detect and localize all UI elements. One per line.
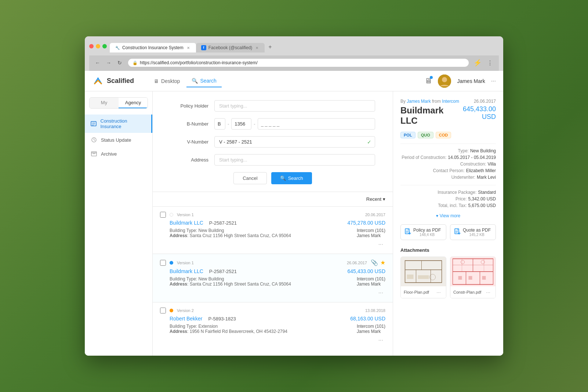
notification-icon[interactable]: 🖥: [425, 77, 432, 85]
detail-badges: POL QUO COD: [400, 132, 496, 138]
result-detail-left-2: Building Type: New Building Address: San…: [170, 276, 342, 287]
v-number-row: V-Number ✓: [170, 136, 375, 148]
result-detail-right-1: Intercom (101) James Mark: [357, 228, 385, 238]
svg-rect-19: [405, 261, 422, 270]
user-more-icon[interactable]: ···: [491, 78, 496, 84]
tab-facebook[interactable]: f Facebook (@scalified) ✕: [196, 43, 265, 52]
result-card-3[interactable]: Version 2 13.08.2018 Robert Bekker P-589…: [153, 302, 393, 349]
attachment-constr-plan[interactable]: Constr-Plan.pdf ···: [450, 257, 496, 298]
result-more-button-2[interactable]: ···: [376, 289, 385, 297]
badge-cod[interactable]: COD: [436, 132, 451, 138]
search-form: Policy Holder B-Number - -: [153, 91, 393, 192]
quote-pdf-button[interactable]: Quote as PDF 145,2 KB: [450, 224, 496, 240]
logo-text: Scalified: [107, 77, 134, 85]
sidebar-tab-agency[interactable]: Agency: [119, 98, 148, 108]
result-checkbox-1[interactable]: [160, 212, 166, 218]
sidebar-tab-my[interactable]: My: [90, 98, 119, 108]
user-avatar[interactable]: [438, 75, 451, 88]
minimize-button[interactable]: [96, 44, 100, 48]
search-button[interactable]: 🔍 Search: [271, 172, 312, 184]
detail-type-row: Type: New Building: [400, 148, 496, 153]
browser-chrome: 🔧 Construction Insurance System ✕ f Face…: [85, 36, 503, 71]
result-address-label-3: Address: 1956 N Fairfield Rd Beavercreek…: [170, 329, 342, 334]
result-checkbox-2[interactable]: [160, 260, 166, 266]
cancel-button[interactable]: Cancel: [233, 172, 266, 184]
new-tab-button[interactable]: +: [265, 41, 275, 52]
attachment-more-constr[interactable]: ···: [484, 288, 493, 296]
forward-button[interactable]: →: [104, 58, 113, 68]
nav-tabs: 🖥 Desktop 🔍 Search: [149, 75, 222, 87]
result-version-1: Version 1: [177, 213, 194, 217]
svg-rect-41: [482, 276, 486, 280]
result-more-1: ···: [160, 240, 385, 248]
sidebar-item-archive[interactable]: Archive: [85, 147, 152, 161]
attachment-floor-plan[interactable]: Floor-Plan.pdf ···: [400, 257, 446, 298]
top-nav: Scalified 🖥 Desktop 🔍 Search 🖥: [85, 71, 503, 91]
close-button[interactable]: [89, 44, 94, 48]
archive-icon: [91, 150, 97, 157]
result-amount-1: 475,278.00 USD: [347, 220, 385, 226]
result-more-button-3[interactable]: ···: [376, 336, 385, 344]
detail-date: 26.06.2017: [474, 99, 496, 104]
b-number-prefix-input[interactable]: [214, 118, 225, 130]
v-number-input[interactable]: [214, 136, 375, 148]
result-building-type-3: Building Type: Extension: [170, 324, 342, 329]
policy-holder-label: Policy Holder: [170, 103, 214, 109]
result-checkbox-3[interactable]: [160, 308, 166, 313]
detail-pricing: Insurance Package: Standard Price: 5,342…: [400, 185, 496, 208]
svg-rect-33: [466, 272, 480, 284]
detail-total-row: Total, incl. Tax: 5,675.00 USD: [400, 203, 496, 208]
result-name-3[interactable]: Robert Bekker: [170, 316, 202, 322]
result-more-3: ···: [160, 336, 385, 344]
v-number-check-icon: ✓: [367, 139, 371, 145]
search-panel: Policy Holder B-Number - -: [153, 91, 393, 356]
svg-point-37: [461, 260, 465, 264]
detail-construction-row: Construction: Villa: [400, 161, 496, 167]
result-card-1[interactable]: Version 1 20.06.2017 Buildmark LLC P-258…: [153, 206, 393, 254]
tab-label-fb: Facebook (@scalified): [208, 45, 253, 50]
result-card-1-header: Version 1 20.06.2017: [160, 212, 385, 218]
back-button[interactable]: ←: [93, 58, 102, 68]
attachment-thumb-floor: [401, 257, 446, 286]
search-nav-icon: 🔍: [192, 78, 198, 84]
svg-rect-30: [453, 259, 473, 272]
nav-tab-search[interactable]: 🔍 Search: [186, 75, 221, 87]
view-more-button[interactable]: ▾ View more: [400, 213, 496, 218]
tab-close-active[interactable]: ✕: [186, 45, 191, 50]
tab-favicon-fb: f: [201, 45, 206, 50]
result-detail-left-1: Building Type: New Building Address: San…: [170, 228, 342, 238]
address-input[interactable]: [214, 154, 375, 166]
policy-holder-input[interactable]: [214, 100, 375, 112]
result-policy-1: P-2587-2521: [209, 220, 237, 226]
policy-pdf-button[interactable]: Policy as PDF 148,4 KB: [400, 224, 446, 240]
result-more-button-1[interactable]: ···: [376, 240, 385, 248]
b-number-input-group: - -: [214, 118, 375, 130]
nav-tab-desktop[interactable]: 🖥 Desktop: [149, 75, 185, 87]
browser-extensions-icon[interactable]: ⚡: [472, 58, 483, 68]
b-number-label: B-Number: [170, 121, 214, 127]
result-name-2[interactable]: Buildmark LLC: [170, 268, 203, 274]
b-number-mid-input[interactable]: [231, 118, 251, 130]
policy-holder-row: Policy Holder: [170, 100, 375, 112]
attachment-more-floor[interactable]: ···: [434, 288, 443, 296]
recent-sort[interactable]: Recent ▾: [366, 196, 385, 202]
tab-active[interactable]: 🔧 Construction Insurance System ✕: [110, 43, 196, 52]
detail-from-company[interactable]: Intercom: [442, 99, 459, 104]
b-number-suffix-input[interactable]: [258, 118, 375, 130]
badge-quo[interactable]: QUO: [418, 132, 433, 138]
result-dot-1: [170, 213, 173, 217]
result-policy-3: P-5893-1823: [208, 316, 236, 322]
reload-button[interactable]: ↻: [115, 58, 124, 68]
sidebar-item-construction-insurance[interactable]: Construction Insurance: [85, 115, 152, 133]
detail-by-user[interactable]: James Mark: [407, 99, 431, 104]
sidebar-item-status-update[interactable]: Status Update: [85, 133, 152, 147]
result-card-2[interactable]: Version 1 26.06.2017 📎 ★ Buildmark LLC P…: [153, 254, 393, 302]
address-input[interactable]: 🔒 https://scalified.com/portfolio/constr…: [128, 59, 469, 67]
tab-close-fb[interactable]: ✕: [254, 45, 259, 50]
result-name-1[interactable]: Buildmark LLC: [170, 220, 203, 226]
policy-pdf-icon: [404, 228, 411, 236]
badge-pol[interactable]: POL: [400, 132, 415, 138]
browser-more-icon[interactable]: ⋮: [485, 58, 495, 68]
star-icon-2[interactable]: ★: [380, 259, 385, 266]
fullscreen-button[interactable]: [102, 44, 107, 48]
